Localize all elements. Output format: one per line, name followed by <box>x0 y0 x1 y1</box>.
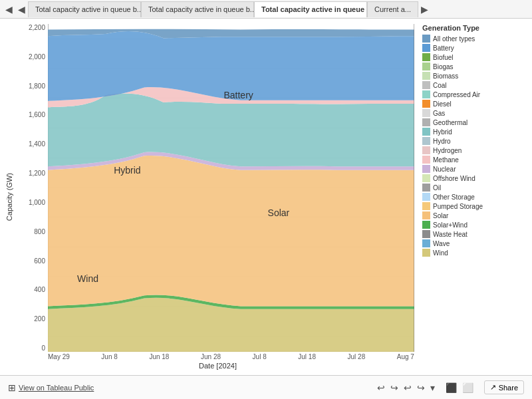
legend-item-nuclear: Nuclear <box>422 165 527 173</box>
solar-chart-label: Solar <box>268 207 290 218</box>
tab-0[interactable]: Total capacity active in queue b... <box>28 1 141 17</box>
tab-1[interactable]: Total capacity active in queue b... <box>141 1 254 17</box>
legend-item-battery: Battery <box>422 44 527 52</box>
legend-items-container: All other typesBatteryBiofuelBiogasBioma… <box>422 35 527 257</box>
tab-3[interactable]: Current a... <box>367 1 418 17</box>
legend-item-solarpluswind: Solar+Wind <box>422 221 527 229</box>
legend-item-oil: Oil <box>422 184 527 192</box>
legend-item-hydrogen: Hydrogen <box>422 146 527 154</box>
bottom-right: ↩ ↪ ↩ ↪ ▾ ⬛ ⬜ ↗ Share <box>377 380 524 394</box>
app-container: ◀ ◀ Total capacity active in queue b... … <box>0 0 532 399</box>
tab-2[interactable]: Total capacity active in queue b... <box>254 1 367 17</box>
hybrid-chart-label: Hybrid <box>114 165 140 176</box>
legend-label-12: Hydrogen <box>433 147 462 154</box>
legend-swatch-14 <box>422 165 430 173</box>
dropdown-btn[interactable]: ▾ <box>430 382 435 393</box>
legend-item-biogas: Biogas <box>422 63 527 70</box>
legend-swatch-0 <box>422 35 430 43</box>
undo-redo-group: ↩ ↪ ↩ ↪ ▾ <box>377 382 435 393</box>
chart-labels-overlay: Battery Hybrid Solar Wind <box>48 24 414 352</box>
legend-item-methane: Methane <box>422 156 527 164</box>
legend-swatch-20 <box>422 221 430 229</box>
legend-label-23: Wind <box>433 249 448 257</box>
legend-label-6: Compressed Air <box>433 91 480 98</box>
legend-label-7: Diesel <box>433 100 452 108</box>
y-axis-label: Capacity (GW) <box>5 173 19 221</box>
tableau-label[interactable]: View on Tableau Public <box>19 384 94 392</box>
legend-label-1: Battery <box>433 45 454 52</box>
battery-chart-label: Battery <box>223 90 253 100</box>
y-axis: 2,200 2,000 1,800 1,600 1,400 1,200 1,00… <box>21 24 48 352</box>
legend-swatch-18 <box>422 202 430 210</box>
legend-swatch-2 <box>422 53 430 61</box>
legend-item-waste-heat: Waste Heat <box>422 230 527 238</box>
legend-swatch-19 <box>422 211 430 219</box>
legend-label-3: Biogas <box>433 63 454 70</box>
legend-swatch-7 <box>422 100 430 108</box>
share-label: Share <box>499 384 518 392</box>
legend-title: Generation Type <box>422 24 527 32</box>
legend-label-10: Hybrid <box>433 128 452 136</box>
legend-label-19: Solar <box>433 212 448 219</box>
legend-label-11: Hydro <box>433 138 451 145</box>
tab-prev2-btn[interactable]: ◀ <box>15 4 28 15</box>
legend-item-wind: Wind <box>422 249 527 257</box>
legend-item-wave: Wave <box>422 239 527 247</box>
legend-label-5: Coal <box>433 82 447 89</box>
legend-label-4: Biomass <box>433 72 458 80</box>
bottom-left: ⊞ View on Tableau Public <box>8 382 94 393</box>
legend-item-gas: Gas <box>422 109 527 117</box>
legend-label-8: Gas <box>433 110 445 117</box>
legend-swatch-3 <box>422 63 430 70</box>
share-icon: ↗ <box>490 383 496 392</box>
legend-item-all-other-types: All other types <box>422 35 527 43</box>
legend-swatch-23 <box>422 249 430 257</box>
wind-chart-label: Wind <box>77 273 98 284</box>
x-axis: May 29 Jun 8 Jun 18 Jun 28 Jul 8 Jul 18 … <box>21 353 414 360</box>
legend: Generation Type All other typesBatteryBi… <box>417 24 527 370</box>
legend-label-15: Offshore Wind <box>433 175 475 182</box>
redo-btn[interactable]: ↪ <box>390 382 398 393</box>
legend-swatch-4 <box>422 72 430 80</box>
undo2-btn[interactable]: ↩ <box>404 382 412 393</box>
main-content: Capacity (GW) 2,200 2,000 1,800 1,600 1,… <box>0 19 532 375</box>
legend-label-17: Other Storage <box>433 194 475 201</box>
legend-item-biomass: Biomass <box>422 72 527 80</box>
tab-bar: ◀ ◀ Total capacity active in queue b... … <box>0 0 532 19</box>
tab-prev-btn[interactable]: ◀ <box>3 4 15 15</box>
tableau-icon: ⊞ <box>8 382 16 393</box>
legend-swatch-10 <box>422 128 430 136</box>
legend-item-pumped-storage: Pumped Storage <box>422 202 527 210</box>
action-group: ⬛ ⬜ <box>446 382 473 393</box>
redo2-btn[interactable]: ↪ <box>417 382 425 393</box>
legend-item-solar: Solar <box>422 211 527 219</box>
legend-swatch-6 <box>422 90 430 98</box>
chart-area: Capacity (GW) 2,200 2,000 1,800 1,600 1,… <box>5 24 414 370</box>
legend-item-geothermal: Geothermal <box>422 118 527 126</box>
legend-item-hydro: Hydro <box>422 137 527 145</box>
legend-label-13: Methane <box>433 156 459 164</box>
legend-item-coal: Coal <box>422 81 527 89</box>
legend-swatch-16 <box>422 184 430 192</box>
legend-swatch-1 <box>422 44 430 52</box>
legend-swatch-22 <box>422 239 430 247</box>
legend-swatch-12 <box>422 146 430 154</box>
undo-btn[interactable]: ↩ <box>377 382 385 393</box>
legend-swatch-8 <box>422 109 430 117</box>
legend-item-offshore-wind: Offshore Wind <box>422 174 527 182</box>
tab-next-btn[interactable]: ▶ <box>418 4 431 15</box>
fullscreen-btn[interactable]: ⬜ <box>462 382 473 393</box>
legend-item-other-storage: Other Storage <box>422 193 527 201</box>
share-btn[interactable]: ↗ Share <box>484 380 524 394</box>
legend-item-hybrid: Hybrid <box>422 128 527 136</box>
chart-svg-container: Battery Hybrid Solar Wind <box>48 24 414 352</box>
legend-label-0: All other types <box>433 35 475 43</box>
download-btn[interactable]: ⬛ <box>446 382 457 393</box>
legend-label-21: Waste Heat <box>433 231 467 238</box>
chart-row: 2,200 2,000 1,800 1,600 1,400 1,200 1,00… <box>21 24 414 352</box>
legend-label-18: Pumped Storage <box>433 203 483 210</box>
legend-swatch-17 <box>422 193 430 201</box>
legend-swatch-13 <box>422 156 430 164</box>
bottom-bar: ⊞ View on Tableau Public ↩ ↪ ↩ ↪ ▾ ⬛ ⬜ ↗… <box>0 375 532 399</box>
legend-swatch-21 <box>422 230 430 238</box>
